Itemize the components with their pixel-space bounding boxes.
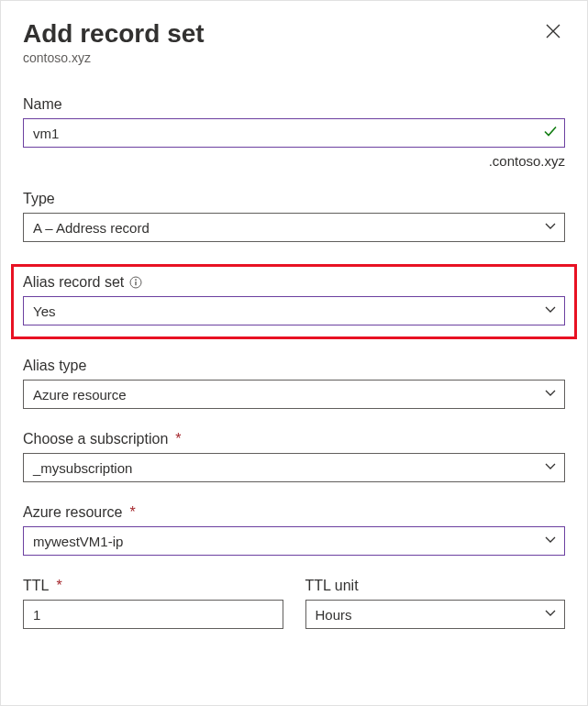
- ttl-unit-value: Hours: [316, 607, 536, 623]
- alias-type-select[interactable]: Azure resource: [23, 380, 565, 409]
- subscription-group: Choose a subscription * _mysubscription: [23, 431, 565, 482]
- ttl-unit-select[interactable]: Hours: [305, 600, 566, 629]
- chevron-down-icon: [544, 533, 557, 549]
- azure-resource-group: Azure resource * mywestVM1-ip: [23, 504, 565, 556]
- alias-record-set-select[interactable]: Yes: [23, 296, 565, 325]
- azure-resource-label: Azure resource *: [23, 504, 565, 521]
- page-title: Add record set: [23, 19, 205, 49]
- required-marker: *: [175, 431, 181, 447]
- chevron-down-icon: [544, 303, 557, 319]
- svg-rect-2: [136, 281, 137, 285]
- alias-record-set-highlight: Alias record set Yes: [11, 264, 577, 339]
- ttl-row: TTL * TTL unit Hours: [23, 578, 565, 629]
- subscription-select[interactable]: _mysubscription: [23, 453, 565, 482]
- required-marker: *: [130, 504, 136, 521]
- alias-type-group: Alias type Azure resource: [23, 358, 565, 409]
- azure-resource-value: mywestVM1-ip: [33, 534, 535, 549]
- alias-record-set-label-text: Alias record set: [23, 274, 124, 291]
- chevron-down-icon: [544, 386, 557, 403]
- alias-record-set-group: Alias record set Yes: [23, 274, 565, 325]
- alias-record-set-value: Yes: [33, 303, 535, 319]
- ttl-label-text: TTL: [23, 578, 49, 594]
- azure-resource-select[interactable]: mywestVM1-ip: [23, 526, 565, 556]
- type-label: Type: [23, 191, 565, 207]
- required-marker: *: [56, 578, 61, 594]
- type-select[interactable]: A – Address record: [23, 213, 565, 242]
- ttl-input[interactable]: [23, 600, 283, 629]
- name-label: Name: [23, 96, 565, 113]
- info-icon[interactable]: [129, 276, 142, 289]
- alias-type-value: Azure resource: [33, 387, 535, 403]
- ttl-unit-label: TTL unit: [305, 578, 566, 594]
- azure-resource-label-text: Azure resource: [23, 504, 123, 521]
- alias-type-label: Alias type: [23, 358, 565, 374]
- type-value: A – Address record: [33, 220, 535, 236]
- ttl-unit-group: TTL unit Hours: [305, 578, 566, 629]
- chevron-down-icon: [544, 219, 557, 236]
- close-icon: [545, 23, 561, 39]
- name-suffix: .contoso.xyz: [23, 153, 565, 169]
- ttl-label: TTL *: [23, 578, 283, 594]
- subscription-value: _mysubscription: [33, 460, 535, 476]
- alias-record-set-label: Alias record set: [23, 274, 565, 291]
- subscription-label-text: Choose a subscription: [23, 431, 168, 447]
- subscription-label: Choose a subscription *: [23, 431, 565, 447]
- svg-point-1: [135, 279, 137, 281]
- close-button[interactable]: [541, 19, 565, 43]
- check-icon: [543, 124, 558, 142]
- chevron-down-icon: [544, 459, 557, 476]
- ttl-group: TTL *: [23, 578, 283, 629]
- page-subtitle: contoso.xyz: [23, 50, 565, 65]
- name-group: Name .contoso.xyz: [23, 96, 565, 169]
- chevron-down-icon: [544, 606, 557, 623]
- name-input[interactable]: [23, 118, 565, 148]
- type-group: Type A – Address record: [23, 191, 565, 242]
